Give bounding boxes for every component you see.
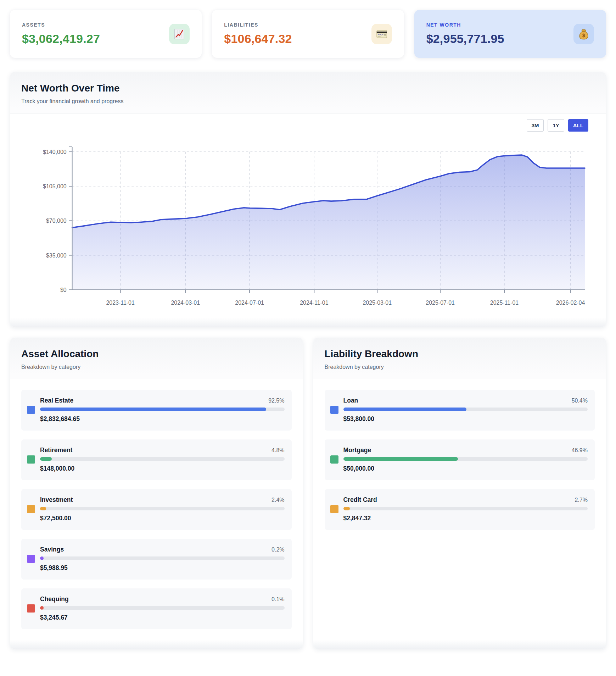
liability-breakdown-rows: Loan 50.4% $53,800.00 Mortgage 46.9% $50… — [313, 379, 606, 640]
category-name: Investment — [40, 496, 73, 504]
summary-value: $2,955,771.95 — [426, 32, 504, 46]
chart-title: Net Worth Over Time — [21, 83, 595, 94]
asset-allocation-card: Asset Allocation Breakdown by category R… — [10, 338, 303, 649]
liability-breakdown-header: Liability Breakdown Breakdown by categor… — [313, 338, 606, 379]
money-bag-icon: $ — [578, 28, 590, 40]
liability-breakdown-subtitle: Breakdown by category — [325, 364, 595, 370]
category-percent: 50.4% — [572, 398, 588, 404]
asset-allocation-title: Asset Allocation — [21, 348, 292, 360]
category-amount: $72,500.00 — [40, 515, 285, 522]
svg-text:2024-03-01: 2024-03-01 — [171, 300, 200, 306]
svg-text:2024-07-01: 2024-07-01 — [235, 300, 264, 306]
progress-fill — [343, 457, 458, 461]
breakdown-row: Chequing 0.1% $3,245.67 — [21, 588, 292, 629]
category-swatch — [330, 455, 338, 464]
progress-fill — [40, 556, 44, 560]
category-amount: $50,000.00 — [343, 465, 588, 472]
card-footer — [10, 318, 606, 327]
summary-cards: ASSETS $3,062,419.27 $ — [10, 10, 606, 58]
category-amount: $3,245.67 — [40, 614, 285, 621]
category-percent: 2.7% — [575, 497, 588, 503]
category-amount: $148,000.00 — [40, 465, 285, 472]
category-swatch — [27, 604, 35, 613]
svg-text:2025-11-01: 2025-11-01 — [490, 300, 519, 306]
category-swatch — [27, 455, 35, 464]
summary-card: ASSETS $3,062,419.27 $ — [10, 10, 202, 58]
category-percent: 0.2% — [271, 547, 284, 553]
svg-text:$105,000: $105,000 — [43, 183, 67, 189]
progress-track — [40, 556, 285, 560]
summary-label: LIABILITIES — [224, 22, 292, 28]
category-amount: $2,847.32 — [343, 515, 588, 522]
progress-fill — [40, 606, 44, 610]
category-amount: $2,832,684.65 — [40, 415, 285, 423]
progress-track — [343, 408, 588, 411]
range-button-all[interactable]: ALL — [568, 119, 588, 132]
progress-track — [40, 408, 285, 411]
progress-track — [343, 457, 588, 461]
breakdown-row: Loan 50.4% $53,800.00 — [325, 390, 595, 431]
progress-fill — [40, 507, 46, 510]
progress-track — [40, 606, 285, 610]
breakdown-section: Asset Allocation Breakdown by category R… — [10, 338, 606, 649]
svg-text:2023-11-01: 2023-11-01 — [106, 300, 135, 306]
asset-allocation-rows: Real Estate 92.5% $2,832,684.65 Retireme… — [10, 379, 303, 640]
card-footer — [10, 640, 303, 649]
summary-label: NET WORTH — [426, 22, 504, 28]
net-worth-area-chart: $0$35,000$70,000$105,000$140,0002023-11-… — [19, 132, 597, 316]
range-button-1y[interactable]: 1Y — [548, 119, 564, 132]
breakdown-row: Real Estate 92.5% $2,832,684.65 — [21, 390, 292, 431]
summary-value: $3,062,419.27 — [22, 32, 100, 46]
chart-subtitle: Track your financial growth and progress — [21, 98, 595, 105]
time-range-buttons: 3M1YALL — [19, 119, 597, 132]
breakdown-row: Investment 2.4% $72,500.00 — [21, 489, 292, 530]
asset-allocation-header: Asset Allocation Breakdown by category — [10, 338, 303, 379]
breakdown-row: Credit Card 2.7% $2,847.32 — [325, 489, 595, 530]
breakdown-row: Savings 0.2% $5,988.95 — [21, 539, 292, 580]
category-swatch — [330, 505, 338, 513]
chart-increasing-icon — [173, 28, 185, 40]
progress-fill — [343, 507, 350, 510]
progress-fill — [343, 408, 467, 411]
category-percent: 92.5% — [268, 398, 284, 404]
asset-allocation-subtitle: Breakdown by category — [21, 364, 292, 370]
liability-breakdown-card: Liability Breakdown Breakdown by categor… — [313, 338, 606, 649]
svg-text:2025-07-01: 2025-07-01 — [426, 300, 455, 306]
svg-text:$70,000: $70,000 — [46, 218, 67, 224]
svg-text:$: $ — [582, 32, 585, 38]
category-swatch — [27, 555, 35, 563]
summary-label: ASSETS — [22, 22, 100, 28]
net-worth-dashboard: ASSETS $3,062,419.27 $ — [0, 0, 616, 676]
svg-text:$0: $0 — [60, 287, 67, 293]
summary-card: NET WORTH $2,955,771.95 $ — [414, 10, 606, 58]
category-amount: $53,800.00 — [343, 415, 588, 423]
chart-card-header: Net Worth Over Time Track your financial… — [10, 72, 606, 113]
svg-text:2025-03-01: 2025-03-01 — [363, 300, 392, 306]
progress-fill — [40, 457, 52, 461]
net-worth-over-time-card: Net Worth Over Time Track your financial… — [10, 72, 606, 327]
progress-track — [40, 457, 285, 461]
category-percent: 0.1% — [271, 596, 284, 603]
progress-track — [343, 507, 588, 510]
progress-track — [40, 507, 285, 510]
category-swatch — [330, 406, 338, 414]
category-percent: 2.4% — [271, 497, 284, 503]
category-name: Chequing — [40, 595, 69, 603]
credit-card-icon — [376, 28, 388, 40]
range-button-3m[interactable]: 3M — [527, 119, 544, 132]
category-percent: 46.9% — [572, 447, 588, 454]
summary-value: $106,647.32 — [224, 32, 292, 46]
svg-text:$35,000: $35,000 — [46, 253, 67, 259]
card-footer — [313, 640, 606, 649]
category-swatch — [27, 406, 35, 414]
svg-text:2024-11-01: 2024-11-01 — [300, 300, 329, 306]
progress-fill — [40, 408, 266, 411]
breakdown-row: Mortgage 46.9% $50,000.00 — [325, 439, 595, 480]
category-name: Real Estate — [40, 397, 73, 404]
liability-breakdown-title: Liability Breakdown — [325, 348, 595, 360]
category-name: Credit Card — [343, 496, 377, 504]
svg-text:$140,000: $140,000 — [43, 149, 67, 155]
category-name: Savings — [40, 546, 64, 553]
breakdown-row: Retirement 4.8% $148,000.00 — [21, 439, 292, 480]
svg-text:2026-02-04: 2026-02-04 — [556, 300, 585, 306]
